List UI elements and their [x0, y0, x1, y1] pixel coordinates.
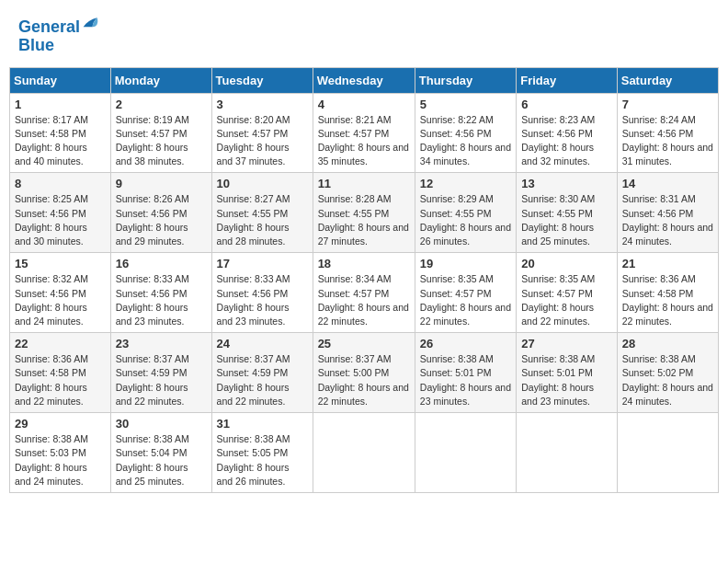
day-number: 13	[521, 177, 612, 190]
daylight-text: Daylight: 8 hours and 23 minutes.	[420, 382, 511, 407]
sunrise-text: Sunrise: 8:32 AM	[15, 273, 88, 284]
sunset-text: Sunset: 4:56 PM	[116, 288, 188, 299]
day-info: Sunrise: 8:35 AMSunset: 4:57 PMDaylight:…	[521, 272, 612, 328]
day-cell-17: 17Sunrise: 8:33 AMSunset: 4:56 PMDayligh…	[211, 253, 313, 333]
day-info: Sunrise: 8:31 AMSunset: 4:56 PMDaylight:…	[622, 192, 713, 248]
daylight-text: Daylight: 8 hours and 28 minutes.	[217, 222, 290, 247]
day-number: 17	[217, 257, 308, 270]
daylight-text: Daylight: 8 hours and 22 minutes.	[116, 382, 188, 407]
day-cell-31: 31Sunrise: 8:38 AMSunset: 5:05 PMDayligh…	[211, 413, 313, 493]
sunrise-text: Sunrise: 8:30 AM	[521, 193, 595, 204]
day-cell-5: 5Sunrise: 8:22 AMSunset: 4:56 PMDaylight…	[415, 93, 516, 173]
daylight-text: Daylight: 8 hours and 38 minutes.	[116, 142, 188, 167]
day-cell-15: 15Sunrise: 8:32 AMSunset: 4:56 PMDayligh…	[10, 253, 111, 333]
column-header-wednesday: Wednesday	[313, 67, 415, 93]
column-header-monday: Monday	[110, 67, 211, 93]
day-info: Sunrise: 8:32 AMSunset: 4:56 PMDaylight:…	[15, 272, 106, 328]
week-row-3: 15Sunrise: 8:32 AMSunset: 4:56 PMDayligh…	[10, 253, 719, 333]
day-number: 4	[318, 98, 410, 111]
sunset-text: Sunset: 4:57 PM	[318, 128, 390, 139]
day-number: 1	[15, 98, 106, 111]
day-cell-18: 18Sunrise: 8:34 AMSunset: 4:57 PMDayligh…	[313, 253, 415, 333]
day-number: 12	[420, 177, 511, 190]
day-number: 15	[15, 257, 106, 270]
sunset-text: Sunset: 4:58 PM	[15, 128, 86, 139]
sunrise-text: Sunrise: 8:17 AM	[15, 114, 88, 125]
sunset-text: Sunset: 5:05 PM	[217, 447, 289, 458]
empty-cell	[617, 413, 718, 493]
daylight-text: Daylight: 8 hours and 23 minutes.	[116, 302, 188, 327]
day-info: Sunrise: 8:38 AMSunset: 5:05 PMDaylight:…	[217, 432, 308, 488]
sunset-text: Sunset: 4:56 PM	[15, 288, 86, 299]
daylight-text: Daylight: 8 hours and 34 minutes.	[420, 142, 511, 167]
daylight-text: Daylight: 8 hours and 40 minutes.	[15, 142, 87, 167]
column-header-sunday: Sunday	[10, 67, 111, 93]
daylight-text: Daylight: 8 hours and 24 minutes.	[15, 302, 87, 327]
calendar-header-row: SundayMondayTuesdayWednesdayThursdayFrid…	[10, 67, 719, 93]
sunrise-text: Sunrise: 8:38 AM	[420, 353, 494, 364]
day-cell-19: 19Sunrise: 8:35 AMSunset: 4:57 PMDayligh…	[415, 253, 516, 333]
daylight-text: Daylight: 8 hours and 35 minutes.	[318, 142, 409, 167]
day-number: 21	[622, 257, 713, 270]
sunset-text: Sunset: 5:01 PM	[420, 367, 492, 378]
sunrise-text: Sunrise: 8:24 AM	[622, 114, 696, 125]
day-number: 25	[318, 337, 410, 350]
day-info: Sunrise: 8:38 AMSunset: 5:01 PMDaylight:…	[420, 352, 511, 408]
day-info: Sunrise: 8:22 AMSunset: 4:56 PMDaylight:…	[420, 113, 511, 169]
day-info: Sunrise: 8:25 AMSunset: 4:56 PMDaylight:…	[15, 192, 106, 248]
day-info: Sunrise: 8:38 AMSunset: 5:01 PMDaylight:…	[521, 352, 612, 408]
sunset-text: Sunset: 4:55 PM	[420, 208, 492, 219]
day-number: 8	[15, 177, 106, 190]
day-cell-2: 2Sunrise: 8:19 AMSunset: 4:57 PMDaylight…	[110, 93, 211, 173]
daylight-text: Daylight: 8 hours and 27 minutes.	[318, 222, 409, 247]
empty-cell	[313, 413, 415, 493]
day-info: Sunrise: 8:38 AMSunset: 5:03 PMDaylight:…	[15, 432, 106, 488]
column-header-tuesday: Tuesday	[211, 67, 313, 93]
day-info: Sunrise: 8:20 AMSunset: 4:57 PMDaylight:…	[217, 113, 308, 169]
column-header-thursday: Thursday	[415, 67, 516, 93]
logo-bird-icon	[82, 14, 100, 32]
day-cell-11: 11Sunrise: 8:28 AMSunset: 4:55 PMDayligh…	[313, 173, 415, 253]
logo-blue: Blue	[18, 36, 54, 54]
daylight-text: Daylight: 8 hours and 25 minutes.	[116, 462, 188, 487]
daylight-text: Daylight: 8 hours and 25 minutes.	[521, 222, 594, 247]
sunrise-text: Sunrise: 8:33 AM	[116, 273, 189, 284]
day-number: 22	[15, 337, 106, 350]
sunset-text: Sunset: 4:57 PM	[318, 288, 390, 299]
day-number: 3	[217, 98, 308, 111]
day-info: Sunrise: 8:21 AMSunset: 4:57 PMDaylight:…	[318, 113, 410, 169]
daylight-text: Daylight: 8 hours and 22 minutes.	[420, 302, 511, 327]
day-info: Sunrise: 8:26 AMSunset: 4:56 PMDaylight:…	[116, 192, 207, 248]
daylight-text: Daylight: 8 hours and 29 minutes.	[116, 222, 188, 247]
day-cell-26: 26Sunrise: 8:38 AMSunset: 5:01 PMDayligh…	[415, 333, 516, 413]
sunrise-text: Sunrise: 8:29 AM	[420, 193, 494, 204]
day-info: Sunrise: 8:29 AMSunset: 4:55 PMDaylight:…	[420, 192, 511, 248]
sunset-text: Sunset: 4:56 PM	[420, 128, 492, 139]
sunrise-text: Sunrise: 8:19 AM	[116, 114, 189, 125]
day-cell-20: 20Sunrise: 8:35 AMSunset: 4:57 PMDayligh…	[517, 253, 618, 333]
day-number: 16	[116, 257, 207, 270]
sunrise-text: Sunrise: 8:36 AM	[15, 353, 88, 364]
day-cell-23: 23Sunrise: 8:37 AMSunset: 4:59 PMDayligh…	[110, 333, 211, 413]
daylight-text: Daylight: 8 hours and 22 minutes.	[622, 302, 713, 327]
daylight-text: Daylight: 8 hours and 37 minutes.	[217, 142, 290, 167]
sunset-text: Sunset: 5:01 PM	[521, 367, 593, 378]
sunrise-text: Sunrise: 8:33 AM	[217, 273, 290, 284]
sunset-text: Sunset: 4:56 PM	[622, 208, 694, 219]
column-header-friday: Friday	[517, 67, 618, 93]
sunset-text: Sunset: 4:55 PM	[318, 208, 390, 219]
day-cell-30: 30Sunrise: 8:38 AMSunset: 5:04 PMDayligh…	[110, 413, 211, 493]
sunset-text: Sunset: 4:55 PM	[217, 208, 289, 219]
day-number: 28	[622, 337, 713, 350]
logo-general: General	[18, 17, 80, 36]
sunrise-text: Sunrise: 8:38 AM	[116, 433, 189, 444]
day-number: 5	[420, 98, 511, 111]
sunrise-text: Sunrise: 8:38 AM	[521, 353, 595, 364]
day-info: Sunrise: 8:34 AMSunset: 4:57 PMDaylight:…	[318, 272, 410, 328]
day-number: 18	[318, 257, 410, 270]
day-info: Sunrise: 8:28 AMSunset: 4:55 PMDaylight:…	[318, 192, 410, 248]
sunrise-text: Sunrise: 8:27 AM	[217, 193, 290, 204]
day-info: Sunrise: 8:37 AMSunset: 4:59 PMDaylight:…	[217, 352, 308, 408]
day-cell-28: 28Sunrise: 8:38 AMSunset: 5:02 PMDayligh…	[617, 333, 718, 413]
sunset-text: Sunset: 5:02 PM	[622, 367, 694, 378]
